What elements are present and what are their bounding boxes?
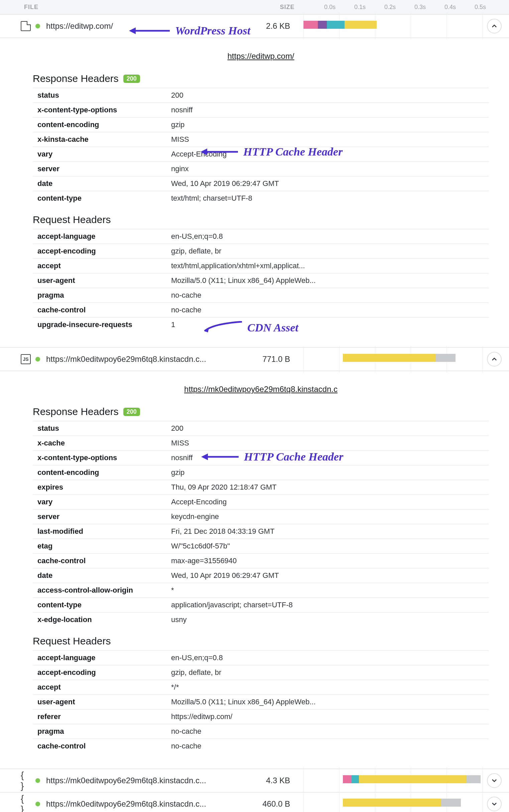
- header-key: last-modified: [33, 524, 166, 539]
- status-dot-ok: [35, 24, 40, 28]
- request-size: 2.6 KB: [247, 22, 303, 31]
- header-key: referer: [33, 709, 166, 724]
- header-value: usny: [166, 612, 489, 627]
- waterfall-segment: [436, 354, 455, 362]
- waterfall-segment: [345, 21, 377, 29]
- header-key: status: [33, 88, 166, 103]
- header-row: user-agentMozilla/5.0 (X11; Linux x86_64…: [33, 694, 489, 709]
- tick-label: 0.4s: [440, 4, 460, 11]
- header-value: nosniff: [166, 103, 489, 118]
- header-row: x-content-type-optionsnosniff: [33, 451, 489, 465]
- waterfall-cell: [303, 21, 482, 31]
- waterfall-segment: [343, 354, 436, 362]
- status-dot-ok: [35, 778, 40, 783]
- request-url: https://mk0editwpoy6e29m6tq8.kinstacdn.c…: [46, 799, 247, 809]
- header-key: accept-encoding: [33, 244, 166, 259]
- header-value: gzip, deflate, br: [166, 665, 489, 680]
- column-size-label: SIZE: [254, 4, 320, 11]
- header-value: en-US,en;q=0.8: [166, 229, 489, 244]
- tick-label: 0.2s: [380, 4, 400, 11]
- header-value: text/html; charset=UTF-8: [166, 191, 489, 205]
- header-value: https://editwp.com/: [166, 709, 489, 724]
- header-row: varyAccept-Encoding: [33, 147, 489, 162]
- response-headers-title: Response Headers200: [33, 73, 489, 84]
- detail-url[interactable]: https://mk0editwpoy6e29m6tq8.kinstacdn.c: [33, 385, 489, 394]
- tick-label: 0.0s: [320, 4, 340, 11]
- header-value: Wed, 10 Apr 2019 06:29:47 GMT: [166, 568, 489, 583]
- header-value: no-cache: [166, 739, 489, 753]
- header-key: cache-control: [33, 739, 166, 753]
- waterfall-segment: [327, 21, 345, 29]
- waterfall-segment: [351, 775, 359, 783]
- waterfall-cell: [303, 354, 482, 364]
- header-value: Wed, 10 Apr 2019 06:29:47 GMT: [166, 176, 489, 191]
- request-headers-title: Request Headers: [33, 636, 489, 647]
- header-key: upgrade-insecure-requests: [33, 317, 166, 332]
- header-row: upgrade-insecure-requests1: [33, 317, 489, 332]
- header-row: access-control-allow-origin*: [33, 583, 489, 597]
- header-key: x-edge-location: [33, 612, 166, 627]
- request-row[interactable]: JShttps://mk0editwpoy6e29m6tq8.kinstacdn…: [0, 348, 509, 371]
- header-row: dateWed, 10 Apr 2019 06:29:47 GMT: [33, 568, 489, 583]
- header-row: user-agentMozilla/5.0 (X11; Linux x86_64…: [33, 273, 489, 288]
- detail-url[interactable]: https://editwp.com/: [33, 52, 489, 61]
- header-row: accept-languageen-US,en;q=0.8: [33, 229, 489, 244]
- headers-table: status200x-cacheMISSx-content-type-optio…: [33, 421, 489, 627]
- headers-table: accept-languageen-US,en;q=0.8accept-enco…: [33, 650, 489, 753]
- detail-panel: https://editwp.com/Response Headers200st…: [0, 38, 509, 348]
- header-key: date: [33, 176, 166, 191]
- header-row: status200: [33, 421, 489, 436]
- waterfall-cell: [303, 799, 482, 809]
- header-row: pragmano-cache: [33, 724, 489, 739]
- header-row: x-kinsta-cacheMISS: [33, 132, 489, 147]
- header-key: content-type: [33, 191, 166, 205]
- header-key: vary: [33, 495, 166, 509]
- header-value: 200: [166, 88, 489, 103]
- header-key: x-cache: [33, 436, 166, 451]
- header-key: user-agent: [33, 694, 166, 709]
- request-url: https://mk0editwpoy6e29m6tq8.kinstacdn.c…: [46, 355, 247, 364]
- header-value: 200: [166, 421, 489, 436]
- header-key: content-encoding: [33, 465, 166, 480]
- document-icon: [21, 21, 31, 31]
- header-key: content-type: [33, 597, 166, 612]
- header-row: expiresThu, 09 Apr 2020 12:18:47 GMT: [33, 480, 489, 495]
- header-value: no-cache: [166, 288, 489, 303]
- header-value: no-cache: [166, 724, 489, 739]
- header-value: Mozilla/5.0 (X11; Linux x86_64) AppleWeb…: [166, 273, 489, 288]
- header-key: x-content-type-options: [33, 451, 166, 465]
- header-key: cache-control: [33, 553, 166, 568]
- waterfall-cell: [303, 775, 482, 786]
- header-key: pragma: [33, 724, 166, 739]
- request-row[interactable]: { }https://mk0editwpoy6e29m6tq8.kinstacd…: [0, 769, 509, 792]
- request-row[interactable]: { }https://mk0editwpoy6e29m6tq8.kinstacd…: [0, 792, 509, 812]
- header-row: refererhttps://editwp.com/: [33, 709, 489, 724]
- collapse-button[interactable]: [487, 352, 502, 366]
- header-value: en-US,en;q=0.8: [166, 650, 489, 665]
- braces-icon: { }: [21, 776, 31, 786]
- header-value: Thu, 09 Apr 2020 12:18:47 GMT: [166, 480, 489, 495]
- header-row: accept*/*: [33, 680, 489, 694]
- header-row: serverkeycdn-engine: [33, 509, 489, 524]
- header-row: accept-encodinggzip, deflate, br: [33, 244, 489, 259]
- headers-table: accept-languageen-US,en;q=0.8accept-enco…: [33, 229, 489, 332]
- header-row: accept-encodinggzip, deflate, br: [33, 665, 489, 680]
- header-value: no-cache: [166, 303, 489, 317]
- header-row: content-typeapplication/javascript; char…: [33, 597, 489, 612]
- header-key: accept: [33, 259, 166, 273]
- header-key: access-control-allow-origin: [33, 583, 166, 597]
- expand-button[interactable]: [487, 773, 502, 788]
- tick-label: 0.3s: [410, 4, 430, 11]
- collapse-button[interactable]: [487, 19, 502, 33]
- header-row: pragmano-cache: [33, 288, 489, 303]
- header-row: x-cacheMISS: [33, 436, 489, 451]
- braces-icon: { }: [21, 799, 31, 809]
- expand-button[interactable]: [487, 797, 502, 811]
- request-size: 460.0 B: [247, 799, 303, 809]
- header-key: etag: [33, 539, 166, 553]
- request-row[interactable]: https://editwp.com/2.6 KB: [0, 15, 509, 38]
- header-key: content-encoding: [33, 118, 166, 132]
- waterfall-segment: [343, 775, 352, 783]
- status-badge: 200: [123, 408, 140, 416]
- header-row: cache-controlmax-age=31556940: [33, 553, 489, 568]
